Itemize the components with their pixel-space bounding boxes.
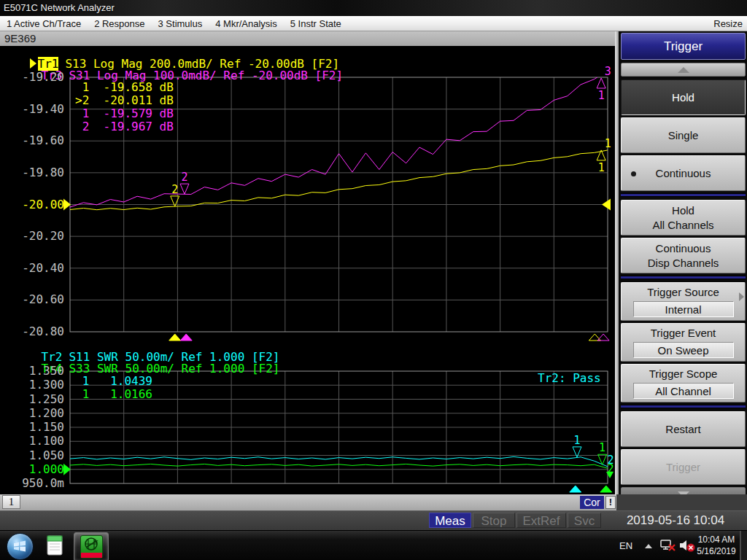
status-badge-stop: Stop xyxy=(473,513,515,528)
softkey-continuous-disp-channels[interactable]: ContinuousDisp Channels xyxy=(621,238,746,273)
tray-date: 5/16/2019 xyxy=(694,545,738,557)
softkey-label-line2: Disp Channels xyxy=(648,256,719,271)
softkey-single[interactable]: Single xyxy=(621,117,746,153)
softkey-separator xyxy=(621,405,746,408)
svg-text:1: 1 xyxy=(598,161,605,174)
softkey-label: Trigger Source xyxy=(647,285,719,300)
y-axis-label: -19.80 xyxy=(0,167,64,179)
y-axis-label: 1.000 xyxy=(0,464,64,475)
reference-level-arrow-icon xyxy=(602,199,611,211)
y-axis-label: 1.150 xyxy=(0,421,64,433)
softkey-label: Hold xyxy=(672,203,694,218)
show-desktop-button[interactable] xyxy=(740,531,747,560)
marker-readout-row: 1 1.0166 xyxy=(75,388,152,401)
warning-badge: ! xyxy=(605,496,616,509)
softkey-separator xyxy=(621,276,746,279)
trace-title-tr4[interactable]: Tr4S33 SWR 50.00m/ Ref 1.000 [F2] xyxy=(13,351,279,363)
marker-readout-row: 1 -19.579 dB xyxy=(75,107,174,120)
svg-text:1: 1 xyxy=(605,137,611,150)
y-axis-label: 1.300 xyxy=(0,379,64,391)
start-button[interactable] xyxy=(7,533,34,560)
y-axis-label: -19.60 xyxy=(0,135,64,147)
y-axis-label: 1.200 xyxy=(0,408,64,419)
marker-readout-row: 2 -19.967 dB xyxy=(75,120,174,133)
softkey-trigger-event[interactable]: Trigger EventOn Sweep xyxy=(621,323,746,362)
softkey-scroll-up-button[interactable] xyxy=(621,63,746,77)
svg-text:3: 3 xyxy=(605,65,611,78)
softkey-label: Continuous xyxy=(656,166,711,181)
svg-text:2: 2 xyxy=(171,183,178,196)
tray-expand-icon[interactable] xyxy=(645,544,652,548)
menu-item-resize[interactable]: Resize xyxy=(713,18,743,29)
correction-status-badge: Cor xyxy=(580,496,604,509)
status-badge-svc: Svc xyxy=(568,513,601,528)
marker-tr1: 11 xyxy=(597,137,611,174)
softkey-continuous[interactable]: Continuous xyxy=(621,155,746,191)
volume-muted-icon[interactable] xyxy=(678,538,696,553)
svg-text:1: 1 xyxy=(598,89,605,102)
network-analyzer-taskbar-button[interactable] xyxy=(74,532,109,560)
screen: E5071C Network Analyzer 1 Active Ch/Trac… xyxy=(0,0,747,560)
y-axis-label: -20.20 xyxy=(0,230,64,242)
trace-title-tr2[interactable]: Tr2S11 SWR 50.00m/ Ref 1.000 [F2] xyxy=(13,340,279,351)
tray-clock[interactable]: 10:04 AM 5/16/2019 xyxy=(694,534,738,557)
svg-text:1: 1 xyxy=(573,434,580,447)
softkey-buttons: HoldSingleContinuousHoldAll ChannelsCont… xyxy=(621,79,746,485)
softkey-menu-title: Trigger xyxy=(621,33,746,60)
softkey-label: Single xyxy=(668,128,699,143)
marker-tr1: 2 xyxy=(171,183,179,206)
app-icon-red-bar xyxy=(81,553,102,558)
channel-bar: 1 Cor ! xyxy=(0,494,616,510)
trace-title-tr3[interactable]: Tr3S31 Log Mag 100.0mdB/ Ref -20.00dB [F… xyxy=(13,58,343,70)
status-badge-extref: ExtRef xyxy=(516,513,566,528)
softkey-trigger-source[interactable]: Trigger SourceInternal xyxy=(621,282,746,321)
softkey-restart[interactable]: Restart xyxy=(621,411,746,447)
y-axis-label: 1.100 xyxy=(0,435,64,447)
marker-tr3: 31 xyxy=(597,65,611,102)
softkey-label: Continuous xyxy=(656,241,711,256)
channel-tab-1[interactable]: 1 xyxy=(2,495,20,509)
network-analyzer-app-icon xyxy=(80,535,103,559)
softkey-trigger-scope[interactable]: Trigger ScopeAll Channel xyxy=(621,364,746,402)
softkey-value: All Channel xyxy=(633,383,734,399)
svg-text:1: 1 xyxy=(599,441,605,454)
limit-test-result: Tr2: Pass xyxy=(538,371,601,385)
svg-text:2: 2 xyxy=(181,171,187,184)
instrument-status-bar: MeasStopExtRefSvc 2019-05-16 10:04 xyxy=(0,510,747,530)
y-axis-label: -19.40 xyxy=(0,104,64,115)
y-axis-label: -20.60 xyxy=(0,294,64,306)
status-datetime: 2019-05-16 10:04 xyxy=(607,513,744,528)
softkey-label: Trigger xyxy=(666,460,700,475)
softkey-label: Trigger Event xyxy=(651,326,716,341)
softkey-sidebar: Trigger HoldSingleContinuousHoldAll Chan… xyxy=(619,31,747,496)
submenu-arrow-icon xyxy=(739,292,744,301)
softkey-value: Internal xyxy=(633,301,734,317)
softkey-label: Trigger Scope xyxy=(649,367,718,381)
y-axis-label: 1.050 xyxy=(0,450,64,462)
language-indicator[interactable]: EN xyxy=(619,540,632,551)
windows-taskbar: EN 10:04 AM 5/16/2019 xyxy=(0,530,747,560)
sidebar-bottom-strip xyxy=(616,494,747,510)
y-axis-label: 1.350 xyxy=(0,365,64,377)
marker-readout-row: >2 -20.011 dB xyxy=(75,94,174,107)
marker-tr3: 2 xyxy=(180,171,189,194)
status-badge-meas: Meas xyxy=(429,513,471,528)
selected-bullet-icon xyxy=(631,171,636,176)
softkey-trigger[interactable]: Trigger xyxy=(621,449,746,485)
tray-time: 10:04 AM xyxy=(694,534,738,545)
notepad-taskbar-icon[interactable] xyxy=(45,534,64,556)
marker-readout-row: 1 -19.658 dB xyxy=(75,81,174,94)
marker-tr2: 1 xyxy=(573,434,581,457)
windows-flag-icon xyxy=(13,540,26,552)
softkey-value: On Sweep xyxy=(633,342,734,358)
y-axis-label: -20.40 xyxy=(0,262,64,274)
softkey-hold[interactable]: Hold xyxy=(621,79,746,115)
y-axis-label: -19.20 xyxy=(0,71,64,83)
softkey-hold-all-channels[interactable]: HoldAll Channels xyxy=(621,200,746,236)
trace-title-tr1[interactable]: Tr1S13 Log Mag 200.0mdB/ Ref -20.00dB [F… xyxy=(1,47,339,58)
y-axis-label: 1.250 xyxy=(0,394,64,405)
marker-tr4: 1 xyxy=(598,441,607,464)
network-status-icon[interactable] xyxy=(659,538,677,553)
scroll-up-icon xyxy=(678,67,689,73)
softkey-separator xyxy=(621,193,746,197)
